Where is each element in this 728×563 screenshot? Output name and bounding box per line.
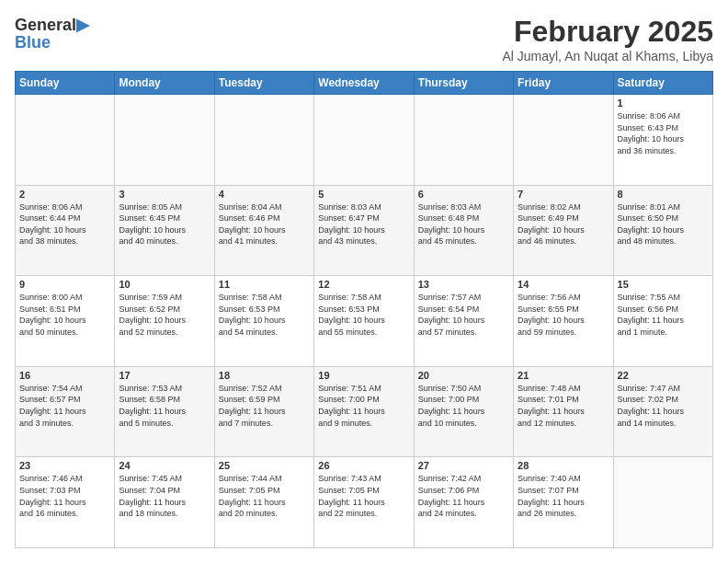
day-info: Sunrise: 8:06 AM Sunset: 6:44 PM Dayligh… [19, 201, 110, 247]
day-number: 15 [618, 279, 709, 290]
day-info: Sunrise: 8:00 AM Sunset: 6:51 PM Dayligh… [19, 292, 110, 338]
day-number: 23 [19, 460, 110, 471]
day-info: Sunrise: 8:05 AM Sunset: 6:45 PM Dayligh… [119, 201, 210, 247]
day-number: 7 [518, 189, 609, 200]
day-number: 4 [219, 189, 310, 200]
day-number: 22 [618, 370, 709, 381]
weekday-header-monday: Monday [115, 72, 214, 95]
calendar-cell: 11Sunrise: 7:58 AM Sunset: 6:53 PM Dayli… [214, 276, 313, 367]
calendar-week-row: 16Sunrise: 7:54 AM Sunset: 6:57 PM Dayli… [16, 366, 713, 457]
calendar-cell: 8Sunrise: 8:01 AM Sunset: 6:50 PM Daylig… [613, 185, 712, 276]
day-info: Sunrise: 7:57 AM Sunset: 6:54 PM Dayligh… [418, 292, 509, 338]
day-number: 20 [418, 370, 509, 381]
calendar-cell: 15Sunrise: 7:55 AM Sunset: 6:56 PM Dayli… [613, 276, 712, 367]
calendar-cell: 26Sunrise: 7:43 AM Sunset: 7:05 PM Dayli… [314, 457, 414, 548]
weekday-header-friday: Friday [514, 72, 613, 95]
calendar-cell: 5Sunrise: 8:03 AM Sunset: 6:47 PM Daylig… [314, 185, 414, 276]
weekday-header-sunday: Sunday [16, 72, 115, 95]
calendar-cell [514, 95, 613, 186]
day-number: 9 [19, 279, 110, 290]
day-info: Sunrise: 8:06 AM Sunset: 6:43 PM Dayligh… [618, 110, 709, 156]
logo-blue: Blue [15, 33, 51, 52]
day-number: 16 [19, 370, 110, 381]
day-number: 21 [518, 370, 609, 381]
calendar-cell: 18Sunrise: 7:52 AM Sunset: 6:59 PM Dayli… [214, 366, 313, 457]
day-number: 13 [418, 279, 509, 290]
day-number: 26 [318, 460, 409, 471]
calendar-cell: 13Sunrise: 7:57 AM Sunset: 6:54 PM Dayli… [414, 276, 513, 367]
day-number: 14 [518, 279, 609, 290]
day-info: Sunrise: 7:47 AM Sunset: 7:02 PM Dayligh… [618, 383, 709, 429]
day-info: Sunrise: 7:44 AM Sunset: 7:05 PM Dayligh… [219, 473, 310, 519]
calendar-cell: 28Sunrise: 7:40 AM Sunset: 7:07 PM Dayli… [514, 457, 613, 548]
page-header: General▶ Blue February 2025 Al Jumayl, A… [15, 15, 713, 63]
calendar-week-row: 2Sunrise: 8:06 AM Sunset: 6:44 PM Daylig… [16, 185, 713, 276]
weekday-header-wednesday: Wednesday [314, 72, 414, 95]
day-number: 18 [219, 370, 310, 381]
calendar-cell: 25Sunrise: 7:44 AM Sunset: 7:05 PM Dayli… [214, 457, 313, 548]
day-info: Sunrise: 7:48 AM Sunset: 7:01 PM Dayligh… [518, 383, 609, 429]
day-info: Sunrise: 7:58 AM Sunset: 6:53 PM Dayligh… [219, 292, 310, 338]
calendar-table: SundayMondayTuesdayWednesdayThursdayFrid… [15, 71, 713, 548]
day-number: 8 [618, 189, 709, 200]
day-number: 17 [119, 370, 210, 381]
day-info: Sunrise: 7:54 AM Sunset: 6:57 PM Dayligh… [19, 383, 110, 429]
calendar-header-row: SundayMondayTuesdayWednesdayThursdayFrid… [16, 72, 713, 95]
calendar-cell: 23Sunrise: 7:46 AM Sunset: 7:03 PM Dayli… [16, 457, 115, 548]
calendar-week-row: 9Sunrise: 8:00 AM Sunset: 6:51 PM Daylig… [16, 276, 713, 367]
day-info: Sunrise: 7:43 AM Sunset: 7:05 PM Dayligh… [318, 473, 409, 519]
calendar-cell: 12Sunrise: 7:58 AM Sunset: 6:53 PM Dayli… [314, 276, 414, 367]
calendar-cell [16, 95, 115, 186]
day-number: 10 [119, 279, 210, 290]
weekday-header-saturday: Saturday [613, 72, 712, 95]
day-number: 11 [219, 279, 310, 290]
calendar-cell [115, 95, 214, 186]
day-info: Sunrise: 8:04 AM Sunset: 6:46 PM Dayligh… [219, 201, 310, 247]
calendar-cell: 4Sunrise: 8:04 AM Sunset: 6:46 PM Daylig… [214, 185, 313, 276]
calendar-cell: 24Sunrise: 7:45 AM Sunset: 7:04 PM Dayli… [115, 457, 214, 548]
day-number: 2 [19, 189, 110, 200]
day-info: Sunrise: 8:03 AM Sunset: 6:48 PM Dayligh… [418, 201, 509, 247]
day-number: 5 [318, 189, 409, 200]
calendar-week-row: 23Sunrise: 7:46 AM Sunset: 7:03 PM Dayli… [16, 457, 713, 548]
day-info: Sunrise: 7:40 AM Sunset: 7:07 PM Dayligh… [518, 473, 609, 519]
location: Al Jumayl, An Nuqat al Khams, Libya [502, 49, 713, 63]
day-number: 12 [318, 279, 409, 290]
day-number: 24 [119, 460, 210, 471]
calendar-cell: 7Sunrise: 8:02 AM Sunset: 6:49 PM Daylig… [514, 185, 613, 276]
weekday-header-tuesday: Tuesday [214, 72, 313, 95]
day-info: Sunrise: 7:45 AM Sunset: 7:04 PM Dayligh… [119, 473, 210, 519]
day-info: Sunrise: 7:53 AM Sunset: 6:58 PM Dayligh… [119, 383, 210, 429]
day-number: 1 [618, 98, 709, 109]
calendar-cell: 10Sunrise: 7:59 AM Sunset: 6:52 PM Dayli… [115, 276, 214, 367]
weekday-header-thursday: Thursday [414, 72, 513, 95]
calendar-cell: 9Sunrise: 8:00 AM Sunset: 6:51 PM Daylig… [16, 276, 115, 367]
day-info: Sunrise: 7:50 AM Sunset: 7:00 PM Dayligh… [418, 383, 509, 429]
calendar-cell: 22Sunrise: 7:47 AM Sunset: 7:02 PM Dayli… [613, 366, 712, 457]
title-section: February 2025 Al Jumayl, An Nuqat al Kha… [502, 15, 713, 63]
day-info: Sunrise: 8:03 AM Sunset: 6:47 PM Dayligh… [318, 201, 409, 247]
calendar-cell: 27Sunrise: 7:42 AM Sunset: 7:06 PM Dayli… [414, 457, 513, 548]
calendar-cell [214, 95, 313, 186]
calendar-cell: 17Sunrise: 7:53 AM Sunset: 6:58 PM Dayli… [115, 366, 214, 457]
day-info: Sunrise: 7:55 AM Sunset: 6:56 PM Dayligh… [618, 292, 709, 338]
day-info: Sunrise: 7:46 AM Sunset: 7:03 PM Dayligh… [19, 473, 110, 519]
day-number: 6 [418, 189, 509, 200]
day-info: Sunrise: 7:58 AM Sunset: 6:53 PM Dayligh… [318, 292, 409, 338]
day-number: 27 [418, 460, 509, 471]
day-number: 3 [119, 189, 210, 200]
logo-general: General▶ [15, 15, 89, 35]
day-info: Sunrise: 7:56 AM Sunset: 6:55 PM Dayligh… [518, 292, 609, 338]
calendar-cell [613, 457, 712, 548]
calendar-cell: 3Sunrise: 8:05 AM Sunset: 6:45 PM Daylig… [115, 185, 214, 276]
day-info: Sunrise: 8:02 AM Sunset: 6:49 PM Dayligh… [518, 201, 609, 247]
calendar-cell: 20Sunrise: 7:50 AM Sunset: 7:00 PM Dayli… [414, 366, 513, 457]
calendar-cell: 19Sunrise: 7:51 AM Sunset: 7:00 PM Dayli… [314, 366, 414, 457]
calendar-cell [314, 95, 414, 186]
day-info: Sunrise: 7:59 AM Sunset: 6:52 PM Dayligh… [119, 292, 210, 338]
calendar-cell: 16Sunrise: 7:54 AM Sunset: 6:57 PM Dayli… [16, 366, 115, 457]
day-info: Sunrise: 8:01 AM Sunset: 6:50 PM Dayligh… [618, 201, 709, 247]
calendar-cell: 6Sunrise: 8:03 AM Sunset: 6:48 PM Daylig… [414, 185, 513, 276]
calendar-cell [414, 95, 513, 186]
logo: General▶ Blue [15, 15, 89, 52]
